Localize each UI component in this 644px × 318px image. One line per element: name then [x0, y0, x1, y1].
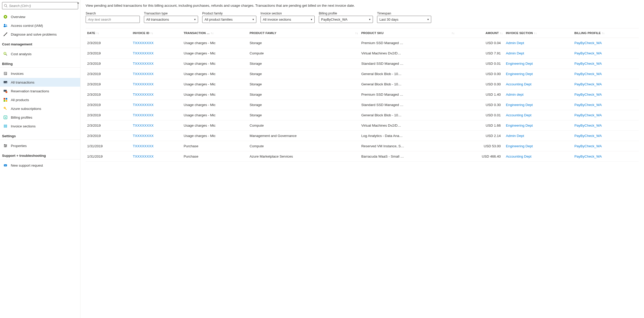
col-billing-profile[interactable]: BILLING PROFILE↑↓	[573, 28, 639, 38]
sidebar-item-properties[interactable]: Properties	[0, 141, 80, 150]
cell-invoice-section[interactable]: Engineering Dept	[504, 120, 573, 131]
cell-billing-profile[interactable]: PayByCheck_WA	[573, 38, 639, 48]
sidebar-search[interactable]	[2, 2, 78, 9]
invoices-icon	[3, 71, 8, 76]
cell-product-family: Storage	[248, 110, 360, 120]
table-row: 2/3/2019TXXXXXXXXUsage charges - MicComp…	[86, 120, 639, 131]
sidebar-item-access-control[interactable]: Access control (IAM)	[0, 21, 80, 30]
sidebar-item-label: Cost analysis	[11, 52, 31, 56]
properties-icon	[3, 143, 8, 148]
sidebar-item-diagnose[interactable]: Diagnose and solve problems	[0, 30, 80, 39]
sort-icon: ↑↓	[534, 31, 537, 35]
filter-product-family-label: Product family	[202, 12, 256, 15]
cell-invoice-section[interactable]: Engineering Dept	[504, 141, 573, 151]
cell-date: 2/3/2019	[86, 69, 131, 79]
cell-invoice-section[interactable]: Engineering Dept	[504, 100, 573, 110]
cell-invoice-id[interactable]: TXXXXXXXX	[131, 100, 182, 110]
svg-point-42	[6, 165, 6, 165]
cell-invoice-section[interactable]: Admin dept	[504, 89, 573, 100]
cell-invoice-id[interactable]: TXXXXXXXX	[131, 89, 182, 100]
cell-invoice-section[interactable]: Accounting Dept	[504, 79, 573, 89]
cell-billing-profile[interactable]: PayByCheck_WA	[573, 141, 639, 151]
sidebar-item-all-transactions[interactable]: All transactions	[0, 78, 80, 87]
cell-invoice-id[interactable]: TXXXXXXXX	[131, 38, 182, 48]
cell-invoice-id[interactable]: TXXXXXXXX	[131, 120, 182, 131]
col-amount[interactable]: AMOUNT↑↓	[456, 28, 504, 38]
sidebar-item-label: Properties	[11, 144, 27, 148]
cell-product-family: Management and Governance	[248, 131, 360, 141]
sidebar-item-billing-profiles[interactable]: $ Billing profiles	[0, 113, 80, 122]
cell-billing-profile[interactable]: PayByCheck_WA	[573, 110, 639, 120]
svg-point-41	[4, 165, 5, 165]
sidebar-item-cost-analysis[interactable]: $ Cost analysis	[0, 50, 80, 58]
filter-billing-profile[interactable]: PayByCheck_WA ▾	[319, 16, 373, 23]
cell-product-family: Storage	[248, 38, 360, 48]
cell-invoice-id[interactable]: TXXXXXXXX	[131, 59, 182, 69]
cell-date: 2/3/2019	[86, 100, 131, 110]
col-transaction[interactable]: TRANSACTION …↑↓	[182, 28, 248, 38]
cell-invoice-id[interactable]: TXXXXXXXX	[131, 131, 182, 141]
cell-date: 1/31/2019	[86, 141, 131, 151]
cell-invoice-section[interactable]: Admin Dept	[504, 38, 573, 48]
reservation-icon	[3, 89, 8, 93]
cell-billing-profile[interactable]: PayByCheck_WA	[573, 79, 639, 89]
cell-billing-profile[interactable]: PayByCheck_WA	[573, 151, 639, 162]
cell-transaction: Usage charges - Mic	[182, 38, 248, 48]
cell-invoice-id[interactable]: TXXXXXXXX	[131, 48, 182, 59]
cell-invoice-id[interactable]: TXXXXXXXX	[131, 69, 182, 79]
sort-icon: ↑↓	[150, 31, 153, 35]
cell-date: 1/31/2019	[86, 151, 131, 162]
cell-date: 2/3/2019	[86, 89, 131, 100]
cell-amount: USD 0.30	[456, 100, 504, 110]
sidebar-item-overview[interactable]: Overview	[0, 12, 80, 21]
cell-invoice-section[interactable]: Engineering Dept	[504, 59, 573, 69]
filter-product-family[interactable]: All product families ▾	[202, 16, 256, 23]
cell-billing-profile[interactable]: PayByCheck_WA	[573, 69, 639, 79]
cell-billing-profile[interactable]: PayByCheck_WA	[573, 100, 639, 110]
svg-rect-23	[6, 98, 7, 100]
cell-invoice-section[interactable]: Engineering Dept	[504, 69, 573, 79]
cell-transaction: Purchase	[182, 141, 248, 151]
svg-line-1	[6, 6, 7, 7]
sidebar-item-invoice-sections[interactable]: Invoice sections	[0, 122, 80, 131]
cell-product-family: Compute	[248, 141, 360, 151]
cell-invoice-id[interactable]: TXXXXXXXX	[131, 110, 182, 120]
cell-billing-profile[interactable]: PayByCheck_WA	[573, 48, 639, 59]
cell-date: 2/3/2019	[86, 131, 131, 141]
cell-billing-profile[interactable]: PayByCheck_WA	[573, 120, 639, 131]
cell-date: 2/3/2019	[86, 120, 131, 131]
sidebar-item-invoices[interactable]: Invoices	[0, 69, 80, 78]
sidebar-item-azure-subscriptions[interactable]: Azure subscriptions	[0, 104, 80, 113]
col-product-sku[interactable]: PRODUCT SKU↑↓	[360, 28, 456, 38]
cell-billing-profile[interactable]: PayByCheck_WA	[573, 59, 639, 69]
col-date[interactable]: DATE↑↓	[86, 28, 131, 38]
cell-invoice-id[interactable]: TXXXXXXXX	[131, 79, 182, 89]
cell-invoice-section[interactable]: Accounting Dept	[504, 151, 573, 162]
filter-search[interactable]	[86, 16, 140, 23]
sidebar-item-reservation-transactions[interactable]: Reservation transactions	[0, 87, 80, 95]
col-invoice-section[interactable]: INVOICE SECTION↑↓	[504, 28, 573, 38]
svg-rect-25	[6, 100, 7, 102]
cell-invoice-id[interactable]: TXXXXXXXX	[131, 141, 182, 151]
cell-billing-profile[interactable]: PayByCheck_WA	[573, 131, 639, 141]
filter-timespan[interactable]: Last 30 days ▾	[377, 16, 431, 23]
sidebar-item-all-products[interactable]: All products	[0, 95, 80, 104]
cell-product-sku: Reserved VM Instance, S…	[360, 141, 456, 151]
filter-search-input[interactable]	[88, 18, 137, 21]
filter-invoice-section[interactable]: All invoice sections ▾	[260, 16, 315, 23]
cell-invoice-section[interactable]: Admin Dept	[504, 131, 573, 141]
cell-billing-profile[interactable]: PayByCheck_WA	[573, 89, 639, 100]
cell-invoice-id[interactable]: TXXXXXXXX	[131, 151, 182, 162]
cell-invoice-section[interactable]: Accounting Dept	[504, 110, 573, 120]
sidebar-search-input[interactable]	[9, 4, 76, 8]
filter-transaction-type[interactable]: All transactions ▾	[144, 16, 198, 23]
cell-amount: USD 0.04	[456, 38, 504, 48]
cell-invoice-section[interactable]: Admin Dept	[504, 48, 573, 59]
collapse-sidebar-button[interactable]: «	[77, 1, 79, 5]
col-invoice-id[interactable]: INVOICE ID↑↓	[131, 28, 182, 38]
sidebar-item-label: Diagnose and solve problems	[11, 32, 57, 36]
cell-date: 2/3/2019	[86, 59, 131, 69]
sidebar-item-new-support-request[interactable]: New support request	[0, 161, 80, 170]
cell-amount: USD 0.01	[456, 110, 504, 120]
col-product-family[interactable]: PRODUCT FAMILY↑↓	[248, 28, 360, 38]
